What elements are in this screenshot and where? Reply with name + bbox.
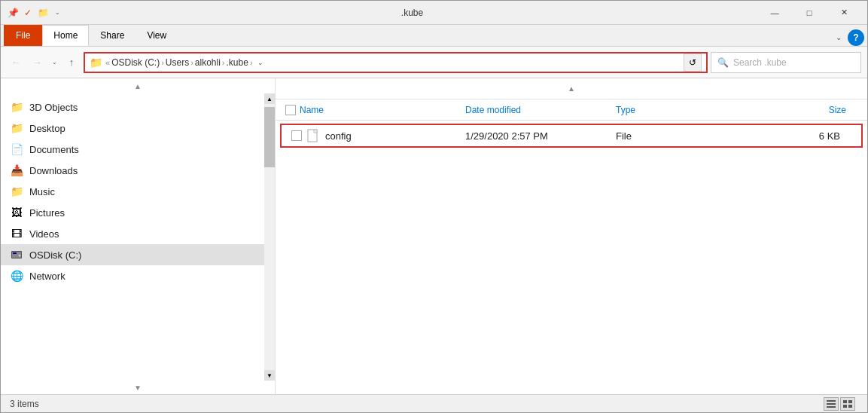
svg-rect-9 [843, 400, 847, 403]
sidebar-item-network[interactable]: 🌐 Network [1, 265, 264, 286]
scrollbar-up-button[interactable]: ▲ [264, 93, 275, 104]
sidebar-item-label-music: Music [29, 186, 55, 197]
select-all-checkbox[interactable] [285, 105, 296, 115]
table-row[interactable]: config 1/29/2020 2:57 PM File 6 KB [280, 124, 863, 148]
sidebar-scrollbar: ▲ ▼ [264, 93, 275, 381]
large-icons-view-button[interactable] [840, 397, 855, 411]
sidebar-item-label-desktop: Desktop [29, 123, 65, 134]
file-type-icon [306, 128, 321, 143]
documents-icon: 📄 [10, 142, 23, 156]
search-box: 🔍 Search .kube [711, 52, 861, 73]
checkmark-icon: ✓ [22, 7, 34, 19]
title-bar: 📌 ✓ 📁 ⌄ .kube — □ ✕ [1, 1, 867, 25]
tab-home[interactable]: Home [42, 25, 89, 46]
sidebar-scroll-up[interactable]: ▲ [1, 78, 275, 93]
network-icon: 🌐 [10, 269, 23, 283]
sep4: › [250, 58, 253, 67]
scrollbar-down-button[interactable]: ▼ [264, 370, 275, 381]
name-column-header[interactable]: Name [300, 105, 465, 115]
sidebar-item-label-documents: Documents [29, 144, 79, 155]
history-dropdown[interactable]: ⌄ [49, 54, 59, 72]
details-view-button[interactable] [824, 397, 839, 411]
sidebar-item-label-network: Network [29, 271, 65, 282]
row-checkbox[interactable] [288, 130, 306, 141]
folder-icon: 📁 [37, 7, 49, 19]
desktop-icon: 📁 [10, 121, 23, 135]
quick-access-dropdown[interactable]: ⌄ [52, 4, 62, 22]
date-modified-column-header[interactable]: Date modified [465, 105, 616, 115]
address-bar[interactable]: 📁 « OSDisk (C:) › Users › alkohli › .kub… [84, 52, 708, 73]
path-folder: .kube [227, 57, 248, 68]
ribbon-collapse-button[interactable]: ⌄ [830, 28, 848, 46]
sidebar-item-pictures[interactable]: 🖼 Pictures [1, 202, 264, 223]
3d-objects-icon: 📁 [10, 100, 23, 114]
pictures-icon: 🖼 [10, 206, 23, 219]
sidebar-item-3d-objects[interactable]: 📁 3D Objects [1, 96, 264, 118]
help-button[interactable]: ? [848, 29, 864, 46]
path-drive: OSDisk (C:) [111, 57, 160, 68]
tab-view[interactable]: View [136, 25, 178, 46]
type-column-header[interactable]: Type [616, 105, 706, 115]
forward-button[interactable]: → [28, 54, 46, 72]
path-users: Users [166, 57, 189, 68]
size-column-header[interactable]: Size [706, 105, 861, 115]
scrollbar-thumb[interactable] [264, 107, 275, 167]
svg-rect-2 [13, 252, 17, 254]
check-all-column [282, 105, 300, 115]
sidebar-scroll: 📁 3D Objects 📁 Desktop 📄 Documents 📥 Dow… [1, 93, 264, 381]
sep1: › [161, 58, 164, 67]
sidebar-item-desktop[interactable]: 📁 Desktop [1, 118, 264, 139]
status-items-count: 3 items [10, 399, 818, 409]
sidebar-item-documents[interactable]: 📄 Documents [1, 139, 264, 160]
close-button[interactable]: ✕ [827, 1, 861, 25]
sidebar-item-music[interactable]: 📁 Music [1, 181, 264, 202]
title-bar-icons: 📌 ✓ 📁 ⌄ [7, 4, 62, 22]
music-icon: 📁 [10, 185, 23, 198]
address-folder-icon: 📁 [90, 57, 102, 69]
column-headers: Name Date modified Type Size [276, 99, 867, 121]
up-button[interactable]: ↑ [62, 54, 81, 72]
sidebar-item-osdisk[interactable]: OSDisk (C:) [1, 244, 264, 265]
file-type: File [616, 130, 706, 142]
sidebar-item-videos[interactable]: 🎞 Videos [1, 223, 264, 244]
file-checkbox[interactable] [291, 130, 302, 141]
file-list-collapse-bar[interactable]: ▲ [276, 78, 867, 99]
explorer-window: 📌 ✓ 📁 ⌄ .kube — □ ✕ File Home Share View [0, 0, 868, 413]
path-chevron-left: « [105, 58, 110, 67]
ribbon-tabs: File Home Share View ⌄ ? [1, 25, 867, 46]
path-dropdown-chevron[interactable]: ⌄ [257, 59, 263, 66]
back-button[interactable]: ← [7, 54, 25, 72]
sep2: › [190, 58, 193, 67]
tab-share[interactable]: Share [89, 25, 136, 46]
svg-rect-5 [314, 130, 317, 133]
view-toggle-buttons [824, 397, 855, 411]
tab-file[interactable]: File [4, 25, 42, 46]
search-icon: 🔍 [717, 57, 729, 68]
sidebar-item-label-3d-objects: 3D Objects [29, 102, 78, 113]
sidebar-item-label-downloads: Downloads [29, 165, 78, 176]
sidebar: ▲ 📁 3D Objects 📁 Desktop 📄 Documents [1, 78, 276, 394]
maximize-button[interactable]: □ [792, 1, 827, 25]
videos-icon: 🎞 [10, 227, 23, 240]
main-area: ▲ 📁 3D Objects 📁 Desktop 📄 Documents [1, 78, 867, 394]
file-list: config 1/29/2020 2:57 PM File 6 KB [276, 121, 867, 394]
sidebar-item-label-osdisk: OSDisk (C:) [29, 249, 81, 261]
address-bar-area: ← → ⌄ ↑ 📁 « OSDisk (C:) › Users › alkohl… [1, 47, 867, 78]
status-bar: 3 items [1, 394, 867, 412]
minimize-button[interactable]: — [757, 1, 792, 25]
ribbon: File Home Share View ⌄ ? [1, 25, 867, 47]
svg-rect-7 [827, 403, 836, 405]
sidebar-inner: 📁 3D Objects 📁 Desktop 📄 Documents 📥 Dow… [1, 93, 275, 381]
sidebar-scroll-down[interactable]: ▼ [1, 381, 275, 394]
refresh-button[interactable]: ↺ [684, 54, 702, 72]
address-path: « OSDisk (C:) › Users › alkohli › .kube … [105, 57, 679, 68]
svg-point-3 [19, 255, 21, 257]
svg-rect-11 [843, 405, 847, 408]
sidebar-item-label-videos: Videos [29, 228, 59, 240]
window-title: .kube [67, 8, 757, 18]
file-date-modified: 1/29/2020 2:57 PM [465, 130, 616, 142]
search-input[interactable]: Search .kube [733, 57, 854, 68]
sidebar-item-downloads[interactable]: 📥 Downloads [1, 160, 264, 181]
window-controls: — □ ✕ [757, 1, 861, 25]
collapse-icon: ▲ [568, 84, 575, 93]
